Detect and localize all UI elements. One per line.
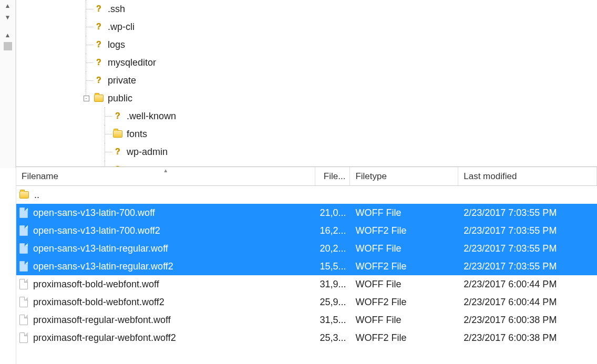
file-modified: 2/23/2017 7:03:55 PM: [458, 207, 597, 219]
tree-item[interactable]: ?.ssh: [16, 0, 597, 18]
file-name: proximasoft-bold-webfont.woff: [33, 279, 159, 290]
tree-item-label: .well-known: [127, 111, 176, 122]
tree-item[interactable]: ?wp-content: [16, 161, 597, 167]
tree-item-label: private: [108, 75, 136, 86]
file-size: 25,9...: [315, 297, 350, 308]
scroll-up-icon[interactable]: ▲: [1, 0, 15, 12]
folder-tree[interactable]: ?.ssh?.wp-cli?logs?mysqleditor?private-p…: [16, 0, 597, 167]
tree-item-label: fonts: [127, 129, 147, 140]
file-row[interactable]: open-sans-v13-latin-regular.woff215,5...…: [16, 257, 597, 275]
question-icon: ?: [93, 21, 105, 33]
file-size: 15,5...: [315, 261, 350, 272]
scroll-down-icon[interactable]: ▼: [1, 12, 15, 23]
col-header-modified[interactable]: Last modified: [458, 167, 597, 185]
file-row[interactable]: open-sans-v13-latin-700.woff21,0...WOFF …: [16, 204, 597, 222]
file-icon: [19, 315, 28, 325]
file-modified: 2/23/2017 6:00:44 PM: [458, 297, 597, 308]
tree-item[interactable]: ?wp-admin: [16, 143, 597, 161]
folder-icon: [112, 128, 123, 140]
file-modified: 2/23/2017 6:00:44 PM: [458, 279, 597, 290]
tree-item[interactable]: ?logs: [16, 36, 597, 54]
sort-asc-icon: ▲: [163, 168, 168, 173]
tree-connector: [79, 0, 93, 18]
tree-item-label: public: [108, 93, 132, 104]
question-icon: ?: [112, 110, 123, 122]
question-icon: ?: [93, 3, 105, 15]
tree-item[interactable]: ?mysqleditor: [16, 54, 597, 71]
col-header-filesize[interactable]: File...: [315, 167, 350, 185]
file-icon: [19, 225, 28, 236]
file-name: proximasoft-regular-webfont.woff: [33, 315, 171, 326]
tree-connector: [79, 36, 93, 54]
file-size: 25,3...: [315, 332, 350, 344]
file-modified: 2/23/2017 6:00:38 PM: [458, 315, 597, 326]
file-name: proximasoft-regular-webfont.woff2: [33, 332, 176, 344]
tree-item[interactable]: -public: [16, 89, 597, 107]
file-name: proximasoft-bold-webfont.woff2: [33, 297, 164, 308]
question-icon: ?: [93, 57, 105, 68]
folder-icon: [93, 92, 105, 104]
file-size: 16,2...: [315, 225, 350, 236]
file-type: WOFF File: [350, 315, 458, 326]
scroll-up-small-icon[interactable]: ▲: [1, 29, 15, 41]
file-modified: 2/23/2017 6:00:38 PM: [458, 332, 597, 344]
file-modified: 2/23/2017 7:03:55 PM: [458, 261, 597, 272]
tree-connector: [79, 71, 93, 89]
tree-item-label: mysqleditor: [108, 57, 156, 68]
file-name: open-sans-v13-latin-regular.woff: [33, 243, 168, 254]
file-rows: ..open-sans-v13-latin-700.woff21,0...WOF…: [16, 186, 597, 347]
file-row[interactable]: open-sans-v13-latin-regular.woff20,2...W…: [16, 240, 597, 257]
file-type: WOFF2 File: [350, 225, 458, 236]
file-icon: [19, 279, 28, 289]
tree-connector: [98, 143, 112, 161]
left-gutter: ▲ ▼ ▲: [0, 0, 16, 168]
scroll-thumb[interactable]: [4, 42, 12, 50]
file-row[interactable]: proximasoft-bold-webfont.woff225,9...WOF…: [16, 293, 597, 311]
tree-connector: [98, 125, 112, 143]
file-size: 31,9...: [315, 279, 350, 290]
file-size: 20,2...: [315, 243, 350, 254]
col-header-filename[interactable]: Filename ▲: [16, 167, 315, 185]
file-type: WOFF2 File: [350, 297, 458, 308]
file-row[interactable]: open-sans-v13-latin-700.woff216,2...WOFF…: [16, 222, 597, 240]
col-header-label: Last modified: [464, 171, 517, 182]
file-icon: [19, 207, 28, 218]
tree-item[interactable]: fonts: [16, 125, 597, 143]
column-headers: Filename ▲ File... Filetype Last modifie…: [16, 167, 597, 186]
file-size: 21,0...: [315, 207, 350, 219]
file-type: WOFF File: [350, 243, 458, 254]
tree-item[interactable]: ?.wp-cli: [16, 18, 597, 36]
file-name: open-sans-v13-latin-700.woff: [33, 207, 155, 219]
col-header-label: File...: [324, 171, 346, 182]
tree-item[interactable]: ?.well-known: [16, 107, 597, 125]
question-icon: ?: [93, 39, 105, 50]
col-header-filetype[interactable]: Filetype: [350, 167, 458, 185]
file-row[interactable]: proximasoft-regular-webfont.woff225,3...…: [16, 329, 597, 347]
file-type: WOFF2 File: [350, 261, 458, 272]
file-modified: 2/23/2017 7:03:55 PM: [458, 243, 597, 254]
file-type: WOFF2 File: [350, 332, 458, 344]
tree-item-label: logs: [108, 39, 125, 50]
file-name: open-sans-v13-latin-regular.woff2: [33, 261, 173, 272]
file-icon: [19, 332, 28, 343]
file-type: WOFF File: [350, 279, 458, 290]
col-header-label: Filetype: [355, 171, 387, 182]
tree-item-label: wp-admin: [127, 147, 168, 158]
tree-connector: [98, 161, 112, 167]
tree-collapse-toggle[interactable]: -: [79, 89, 93, 107]
parent-dir-label: ..: [34, 190, 39, 201]
parent-dir-row[interactable]: ..: [16, 186, 597, 204]
tree-connector: [79, 18, 93, 36]
file-icon: [19, 261, 28, 272]
file-size: 31,5...: [315, 315, 350, 326]
tree-connector: [79, 54, 93, 71]
tree-connector: [98, 107, 112, 125]
file-type: WOFF File: [350, 207, 458, 219]
tree-item-label: .ssh: [108, 4, 125, 15]
file-row[interactable]: proximasoft-regular-webfont.woff31,5...W…: [16, 311, 597, 329]
file-row[interactable]: proximasoft-bold-webfont.woff31,9...WOFF…: [16, 275, 597, 293]
tree-item[interactable]: ?private: [16, 71, 597, 89]
col-header-label: Filename: [22, 171, 58, 182]
question-icon: ?: [93, 75, 105, 86]
file-list-panel: Filename ▲ File... Filetype Last modifie…: [16, 167, 597, 364]
